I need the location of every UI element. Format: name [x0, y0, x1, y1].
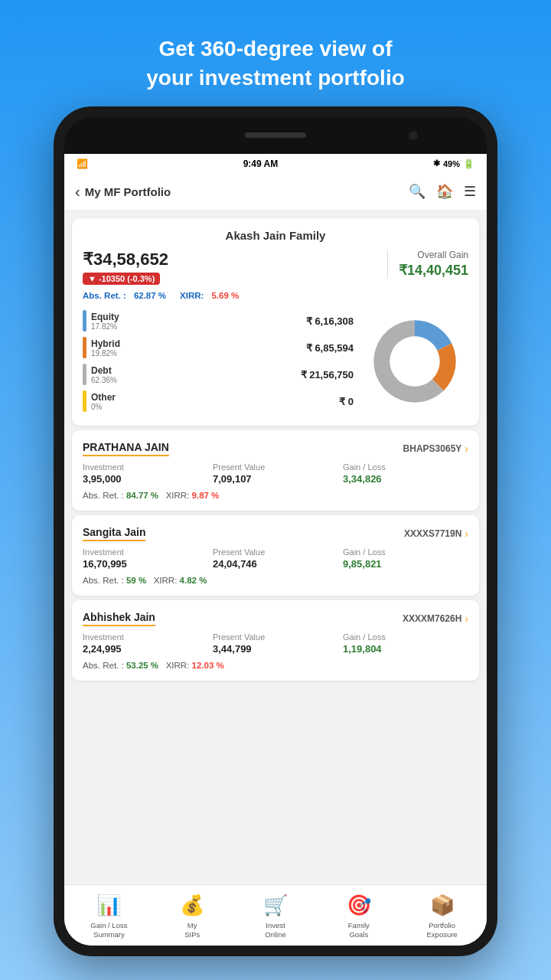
battery-icon: 🔋 — [463, 158, 474, 169]
legend-pct-hybrid: 19.82% — [91, 349, 120, 358]
member-xirr-0: 9.87 % — [192, 491, 220, 500]
legend-item-debt: Debt 62.36% ₹ 21,56,750 — [83, 364, 354, 385]
top-nav: ‹ My MF Portfolio 🔍 🏠 ☰ — [64, 174, 487, 211]
overall-gain-label: Overall Gain — [399, 250, 468, 260]
legend-item-equity: Equity 17.82% ₹ 6,16,308 — [83, 310, 354, 332]
bottom-nav-icon-portfolio: 📦 — [429, 891, 456, 919]
battery-level: 49% — [443, 159, 460, 168]
overall-gain-section: Overall Gain ₹14,40,451 — [387, 250, 468, 279]
bottom-nav-label-invest: InvestOnline — [265, 921, 285, 939]
nav-left[interactable]: ‹ My MF Portfolio — [75, 183, 171, 201]
portfolio-card: Akash Jain Family ₹34,58,652 ▼ -10350 (-… — [72, 218, 479, 426]
member-pv-col-0: Present Value 7,09,107 — [213, 462, 338, 485]
back-arrow-icon[interactable]: ‹ — [75, 183, 80, 201]
member-gl-col-0: Gain / Loss 3,34,826 — [343, 462, 468, 485]
search-icon[interactable]: 🔍 — [409, 183, 425, 200]
bottom-nav-family[interactable]: 🎯 FamilyGoals — [317, 891, 400, 939]
bottom-nav-my-sips[interactable]: 💰 MySIPs — [151, 891, 234, 939]
member-header-1: Sangita Jain XXXXS7719N › — [83, 526, 468, 541]
bottom-nav-icon-family: 🎯 — [345, 891, 373, 919]
bottom-nav-icon-gain-loss: 📊 — [95, 891, 122, 919]
member-header-0: PRATHANA JAIN BHAPS3065Y › — [83, 441, 468, 456]
donut-center — [392, 338, 439, 384]
bottom-nav-label-portfolio: PortfolioExposure — [427, 921, 458, 939]
menu-icon[interactable]: ☰ — [464, 183, 476, 200]
member-pv-label-1: Present Value — [213, 547, 338, 557]
bottom-nav-gain-loss[interactable]: 📊 Gain / LossSummary — [67, 891, 151, 939]
bottom-nav-label-family: FamilyGoals — [348, 921, 370, 939]
member-card-0: PRATHANA JAIN BHAPS3065Y › Investment 3,… — [72, 430, 479, 511]
member-pv-val-2: 3,44,799 — [213, 643, 338, 655]
member-gl-label-2: Gain / Loss — [343, 632, 468, 642]
phone-frame: 📶 9:49 AM ✱ 49% 🔋 ‹ My MF Portfolio 🔍 🏠 … — [54, 106, 497, 956]
member-investment-col-2: Investment 2,24,995 — [83, 632, 208, 655]
legend-pct-other: 0% — [91, 403, 116, 411]
xirr-label: XIRR: — [180, 291, 204, 300]
screen: ‹ My MF Portfolio 🔍 🏠 ☰ Akash Jain Famil… — [64, 174, 487, 946]
member-returns-row-1: Abs. Ret. : 59 % XIRR: 4.82 % — [83, 576, 468, 585]
member-chevron-icon-2[interactable]: › — [465, 612, 468, 625]
legend-pct-equity: 17.82% — [91, 322, 119, 331]
member-xirr-1: 4.82 % — [180, 576, 207, 585]
status-time: 9:49 AM — [243, 158, 279, 169]
member-id-row-2[interactable]: XXXXM7626H › — [403, 612, 468, 625]
member-abs-ret-0: 84.77 % — [126, 491, 158, 500]
legend-value-equity: ₹ 6,16,308 — [306, 315, 354, 327]
member-id-0: BHAPS3065Y — [403, 443, 462, 454]
header-line2: your investment portfolio — [146, 66, 405, 90]
member-xirr-2: 12.03 % — [192, 661, 224, 670]
legend-value-other: ₹ 0 — [339, 396, 354, 407]
legend-pct-debt: 62.36% — [91, 376, 117, 384]
portfolio-returns-row: Abs. Ret. : 62.87 % XIRR: 5.69 % — [83, 291, 468, 300]
header-line1: Get 360-degree view of — [158, 37, 392, 60]
member-name-1: Sangita Jain — [83, 526, 145, 541]
member-stats-row-1: Investment 16,70,995 Present Value 24,04… — [83, 547, 468, 570]
member-pv-col-2: Present Value 3,44,799 — [213, 632, 338, 655]
bottom-nav-icon-my-sips: 💰 — [178, 891, 206, 919]
legend-color-equity — [83, 310, 86, 332]
phone-notch — [64, 117, 487, 154]
member-investment-label-2: Investment — [83, 632, 208, 642]
member-id-row-0[interactable]: BHAPS3065Y › — [403, 443, 468, 455]
page-title: My MF Portfolio — [85, 185, 171, 198]
header-section: Get 360-degree view of your investment p… — [146, 34, 405, 93]
bottom-nav-portfolio[interactable]: 📦 PortfolioExposure — [400, 891, 484, 939]
abs-ret-label: Abs. Ret. : — [83, 291, 126, 300]
member-pv-label-0: Present Value — [213, 462, 338, 472]
legend-name-equity: Equity — [91, 312, 119, 322]
bottom-nav-invest[interactable]: 🛒 InvestOnline — [234, 891, 318, 939]
member-id-2: XXXXM7626H — [403, 613, 461, 624]
member-investment-val-2: 2,24,995 — [83, 643, 208, 655]
member-returns-row-0: Abs. Ret. : 84.77 % XIRR: 9.87 % — [83, 491, 468, 500]
member-gl-label-0: Gain / Loss — [343, 462, 468, 472]
member-investment-col-1: Investment 16,70,995 — [83, 547, 208, 570]
member-chevron-icon-0[interactable]: › — [465, 443, 468, 455]
legend-list: Equity 17.82% ₹ 6,16,308 Hybrid 19.82% ₹… — [83, 310, 354, 412]
portfolio-change-badge: ▼ -10350 (-0.3%) — [83, 273, 160, 285]
member-header-2: Abhishek Jain XXXXM7626H › — [83, 611, 468, 626]
member-gl-label-1: Gain / Loss — [343, 547, 468, 557]
legend-color-debt — [83, 364, 86, 385]
member-investment-col-0: Investment 3,95,000 — [83, 462, 208, 485]
member-gl-val-1: 9,85,821 — [343, 558, 468, 570]
member-abs-ret-2: 53.25 % — [126, 661, 158, 670]
wifi-icon: 📶 — [77, 158, 88, 169]
bottom-nav-icon-invest: 🛒 — [262, 891, 289, 919]
bottom-nav-label-my-sips: MySIPs — [184, 921, 200, 939]
abs-ret-value: 62.87 % — [134, 291, 166, 300]
member-id-row-1[interactable]: XXXXS7719N › — [404, 528, 468, 540]
member-abs-ret-1: 59 % — [126, 576, 146, 585]
member-pv-val-1: 24,04,746 — [213, 558, 338, 570]
member-card-2: Abhishek Jain XXXXM7626H › Investment 2,… — [72, 600, 479, 681]
status-left: 📶 — [77, 158, 88, 169]
legend-item-hybrid: Hybrid 19.82% ₹ 6,85,594 — [83, 337, 354, 358]
home-icon[interactable]: 🏠 — [436, 183, 453, 200]
phone-camera — [409, 131, 418, 140]
member-stats-row-0: Investment 3,95,000 Present Value 7,09,1… — [83, 462, 468, 485]
member-investment-label-0: Investment — [83, 462, 208, 472]
member-card-1: Sangita Jain XXXXS7719N › Investment 16,… — [72, 515, 479, 596]
member-pv-label-2: Present Value — [213, 632, 338, 642]
legend-name-hybrid: Hybrid — [91, 338, 120, 349]
legend-value-hybrid: ₹ 6,85,594 — [306, 342, 354, 354]
member-chevron-icon-1[interactable]: › — [465, 528, 468, 540]
